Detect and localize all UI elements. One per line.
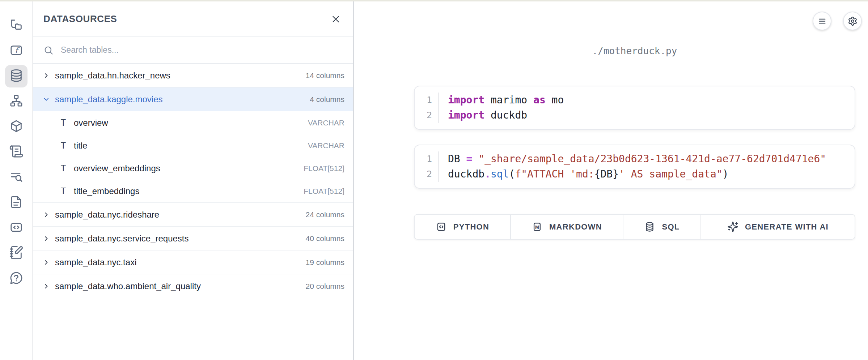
rail-item-scratchpad[interactable] — [5, 242, 27, 265]
text-type-icon: T — [59, 163, 68, 173]
line-number-gutter: 12 — [415, 151, 438, 182]
text-type-icon: T — [59, 118, 68, 128]
code-editor[interactable]: DB = "_share/sample_data/23b0d623-1361-4… — [438, 151, 855, 182]
gear-icon — [848, 16, 858, 26]
rail-item-datasources[interactable] — [5, 65, 27, 87]
kaggle-movies-columns: T overview VARCHAR T title VARCHAR T ove… — [33, 111, 353, 203]
text-type-icon: T — [59, 186, 68, 196]
activity-rail: f — [0, 1, 33, 360]
notebook-menu-button[interactable] — [813, 12, 831, 30]
notebook-filename[interactable]: ./motherduck.py — [414, 46, 855, 56]
column-row-overview[interactable]: T overview VARCHAR — [33, 111, 353, 134]
add-python-cell-button[interactable]: PYTHON — [415, 215, 511, 239]
rail-item-snippets[interactable] — [5, 217, 27, 239]
package-icon — [9, 119, 24, 135]
table-row-nyc-rideshare[interactable]: sample_data.nyc.rideshare 24 columns — [33, 203, 353, 227]
search-logs-icon — [9, 170, 24, 185]
datasources-panel: DATASOURCES sample_data.hn.hacker_news 1… — [33, 1, 354, 360]
table-row-nyc-service-requests[interactable]: sample_data.nyc.service_requests 40 colu… — [33, 227, 353, 250]
rail-item-logs[interactable] — [5, 141, 27, 163]
column-datatype: FLOAT[512] — [304, 164, 344, 173]
column-count: 40 columns — [306, 234, 344, 243]
table-name: sample_data.kaggle.movies — [55, 94, 163, 104]
database-icon — [9, 68, 24, 84]
add-cell-toolbar: PYTHON M MARKDOWN SQL GENERATE WITH AI — [414, 214, 855, 240]
rail-item-tracing[interactable] — [5, 166, 27, 189]
add-sql-cell-button[interactable]: SQL — [623, 215, 701, 239]
code-cell-icon — [436, 221, 447, 232]
column-row-title-embeddings[interactable]: T title_embeddings FLOAT[512] — [33, 180, 353, 202]
rail-item-dependency-graph[interactable] — [5, 90, 27, 113]
svg-text:f: f — [15, 46, 20, 55]
chevron-right-icon — [43, 283, 50, 290]
rail-item-file-tree[interactable] — [5, 14, 27, 37]
column-count: 20 columns — [306, 282, 344, 291]
column-row-title[interactable]: T title VARCHAR — [33, 134, 353, 157]
column-datatype: VARCHAR — [308, 119, 344, 127]
search-icon — [43, 45, 54, 55]
panel-title: DATASOURCES — [43, 13, 117, 25]
svg-text:M: M — [535, 224, 539, 230]
table-row-kaggle-movies[interactable]: sample_data.kaggle.movies 4 columns — [33, 87, 353, 111]
snippets-icon — [9, 220, 24, 236]
line-number: 2 — [415, 167, 438, 182]
chevron-right-icon — [43, 211, 50, 218]
text-type-icon: T — [59, 141, 68, 151]
table-row-nyc-taxi[interactable]: sample_data.nyc.taxi 19 columns — [33, 250, 353, 274]
table-name: sample_data.nyc.taxi — [55, 257, 136, 267]
column-count: 24 columns — [306, 210, 344, 219]
rail-item-packages[interactable] — [5, 116, 27, 138]
table-row-hacker-news[interactable]: sample_data.hn.hacker_news 14 columns — [33, 64, 353, 87]
dependency-graph-icon — [9, 94, 24, 110]
code-line: import duckdb — [448, 108, 855, 123]
code-cell[interactable]: 12 import marimo as moimport duckdb — [414, 86, 855, 130]
notebook-area: ./motherduck.py 12 import marimo as moim… — [355, 1, 868, 360]
notebook-actions — [813, 12, 862, 30]
column-name: overview_embeddings — [74, 163, 160, 173]
close-icon — [331, 14, 341, 24]
code-line: DB = "_share/sample_data/23b0d623-1361-4… — [448, 151, 855, 167]
code-editor[interactable]: import marimo as moimport duckdb — [438, 93, 855, 123]
datasources-header: DATASOURCES — [33, 1, 353, 37]
line-number: 2 — [415, 108, 438, 123]
rail-item-functions[interactable]: f — [5, 40, 27, 62]
file-tree-icon — [9, 18, 24, 34]
document-icon — [9, 195, 24, 211]
table-row-who-ambient-air-quality[interactable]: sample_data.who.ambient_air_quality 20 c… — [33, 274, 353, 298]
line-number: 1 — [415, 93, 438, 108]
chevron-right-icon — [43, 72, 50, 79]
code-line: import marimo as mo — [448, 93, 855, 108]
tables-list: sample_data.hn.hacker_news 14 columns sa… — [33, 64, 353, 298]
scratchpad-icon — [9, 245, 24, 261]
markdown-icon: M — [532, 221, 543, 232]
column-datatype: FLOAT[512] — [304, 187, 344, 196]
settings-button[interactable] — [843, 12, 862, 30]
search-tables-input[interactable] — [61, 45, 343, 55]
scroll-icon — [9, 144, 24, 160]
generate-with-ai-label: GENERATE WITH AI — [745, 222, 829, 232]
table-name: sample_data.who.ambient_air_quality — [55, 281, 201, 291]
menu-icon — [817, 16, 827, 26]
column-name: title — [74, 141, 87, 151]
table-name: sample_data.nyc.service_requests — [55, 233, 189, 244]
chevron-right-icon — [43, 235, 50, 242]
line-number-gutter: 12 — [415, 93, 438, 123]
code-line: duckdb.sql(f"ATTACH 'md:{DB}' AS sample_… — [448, 167, 855, 182]
close-panel-button[interactable] — [329, 12, 343, 26]
table-name: sample_data.hn.hacker_news — [55, 70, 170, 81]
column-count: 14 columns — [306, 71, 344, 80]
column-count: 19 columns — [306, 258, 344, 267]
rail-item-documentation[interactable] — [5, 192, 27, 214]
generate-with-ai-button[interactable]: GENERATE WITH AI — [701, 215, 855, 239]
help-icon — [9, 271, 24, 287]
line-number: 1 — [415, 151, 438, 167]
column-row-overview-embeddings[interactable]: T overview_embeddings FLOAT[512] — [33, 157, 353, 180]
add-markdown-cell-button[interactable]: M MARKDOWN — [511, 215, 623, 239]
column-name: overview — [74, 118, 108, 128]
sparkles-icon — [727, 221, 738, 232]
code-cell[interactable]: 12 DB = "_share/sample_data/23b0d623-136… — [414, 145, 855, 189]
add-python-label: PYTHON — [453, 222, 489, 232]
rail-item-help[interactable] — [5, 267, 27, 290]
column-count: 4 columns — [310, 95, 344, 104]
database-icon — [644, 221, 655, 232]
